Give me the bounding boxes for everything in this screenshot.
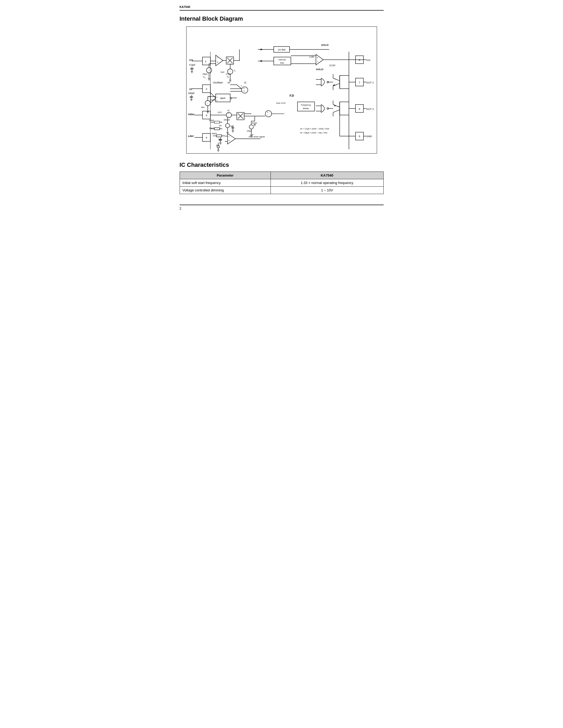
svg-text:UVLO: UVLO: [316, 68, 323, 71]
svg-marker-46: [260, 49, 263, 50]
svg-line-133: [333, 110, 340, 113]
svg-text:↑: ↑: [207, 102, 208, 105]
svg-text:Shut down signal: Shut down signal: [248, 136, 265, 138]
svg-text:Q: Q: [230, 97, 232, 100]
svg-text:Frequency: Frequency: [301, 104, 311, 106]
svg-text:2: 2: [205, 87, 207, 90]
svg-text:6.8μF: 6.8μF: [189, 64, 195, 66]
svg-text:IS = 17μA × (Vref – VSS) / Vre: IS = 17μA × (Vref – VSS) / Vref: [300, 128, 329, 130]
svg-text:5: 5: [359, 135, 360, 138]
svg-text:+: +: [267, 111, 268, 114]
svg-text:latch: latch: [220, 97, 225, 100]
svg-marker-98: [210, 93, 216, 103]
svg-text:100μA: 100μA: [223, 119, 230, 121]
svg-text:IC: IC: [244, 81, 246, 84]
svg-text:6: 6: [359, 107, 360, 110]
svg-rect-159: [214, 121, 220, 123]
svg-text:UVLO: UVLO: [321, 43, 329, 46]
svg-text:−: −: [217, 56, 218, 59]
svg-text:from VCS: from VCS: [276, 102, 286, 104]
block-diagram-title: Internal Block Diagram: [180, 15, 384, 22]
svg-text:GND: GND: [366, 135, 372, 138]
svg-text:180pF: 180pF: [188, 92, 195, 95]
svg-text:VCC: VCC: [217, 111, 222, 114]
svg-text:7: 7: [359, 81, 360, 84]
svg-rect-172: [214, 128, 220, 130]
page-number: 2: [180, 207, 181, 210]
svg-text:+: +: [228, 139, 229, 142]
svg-text:−: −: [228, 135, 229, 138]
svg-text:+: +: [216, 96, 218, 98]
svg-text:12.5V: 12.5V: [329, 64, 335, 67]
svg-rect-213: [216, 135, 222, 137]
svg-text:1: 1: [205, 60, 206, 63]
svg-text:40kΩ: 40kΩ: [212, 132, 217, 135]
svg-text:25μA: 25μA: [202, 73, 207, 75]
svg-text:+: +: [317, 56, 318, 59]
svg-text:+: +: [243, 90, 244, 92]
svg-text:−: −: [227, 115, 229, 117]
svg-text:Vref: Vref: [220, 71, 224, 73]
page-footer: 2: [180, 205, 384, 210]
svg-rect-144: [297, 102, 315, 111]
cell-value: 1 ~ 10V: [270, 187, 383, 194]
svg-point-187: [265, 111, 271, 117]
svg-text:Ict: Ict: [227, 81, 230, 84]
svg-text:VZ: VZ: [226, 75, 229, 78]
svg-text:+: +: [217, 61, 218, 64]
svg-text:Ct: Ct: [189, 88, 192, 91]
svg-text:3pF: 3pF: [230, 125, 234, 127]
svg-text:Oscillator: Oscillator: [213, 81, 223, 84]
svg-marker-53: [260, 60, 263, 62]
svg-text:Vcc: Vcc: [366, 59, 371, 61]
block-diagram-svg: CS 6.8μF 1 − + ↑ 25μA VZ: [186, 27, 377, 153]
svg-marker-134: [334, 105, 336, 107]
ic-characteristics-title: IC Characteristics: [180, 161, 384, 168]
svg-line-119: [333, 78, 340, 81]
svg-text:bias: bias: [280, 62, 284, 64]
svg-text:−: −: [317, 60, 318, 63]
svg-text:Internal: Internal: [278, 59, 286, 61]
svg-text:Id = 25μA × (Vref – Vd) / Vref: Id = 25μA × (Vref – Vd) / Vref: [300, 132, 327, 134]
svg-text:↓: ↓: [250, 126, 250, 128]
svg-text:4: 4: [205, 136, 207, 139]
svg-text:8: 8: [359, 59, 360, 61]
svg-text:OUT 2: OUT 2: [366, 107, 374, 110]
svg-text:Vd: Vd: [218, 124, 221, 127]
svg-text:2V Ref: 2V Ref: [278, 48, 286, 51]
svg-text:Id: Id: [227, 109, 229, 112]
table-row: Initial soft start frequency1.33 × norma…: [180, 179, 383, 187]
svg-text:80kΩ: 80kΩ: [209, 119, 214, 122]
svg-point-116: [327, 108, 329, 109]
svg-text:↑: ↑: [226, 125, 227, 127]
svg-text:kVref: kVref: [252, 122, 257, 124]
svg-text:VZ: VZ: [203, 76, 205, 78]
col-parameter-header: Parameter: [180, 172, 270, 179]
svg-text:8Ict: 8Ict: [201, 106, 205, 109]
cell-parameter: Voltage controlled dimming: [180, 187, 270, 194]
svg-text:Ldet: Ldet: [188, 134, 194, 137]
diagram-container: CS 6.8μF 1 − + ↑ 25μA VZ: [186, 26, 377, 154]
svg-text:divider: divider: [303, 107, 309, 110]
svg-text:+: +: [227, 112, 229, 115]
chip-name-header: KA7540: [180, 5, 190, 8]
page-header: KA7540: [180, 5, 384, 11]
svg-text:↑: ↑: [229, 70, 230, 73]
svg-text:IS: IS: [234, 69, 235, 72]
svg-text:+: +: [243, 87, 244, 90]
svg-text:↑: ↑: [208, 69, 209, 71]
svg-text:3: 3: [205, 114, 207, 117]
svg-text:+: +: [216, 100, 218, 102]
svg-text:+: +: [240, 85, 242, 87]
svg-text:F.D: F.D: [289, 94, 294, 97]
svg-text:+: +: [217, 146, 218, 148]
svg-text:OUT 1: OUT 1: [366, 81, 374, 84]
col-value-header: KA7540: [270, 172, 383, 179]
cell-parameter: Initial soft start frequency: [180, 179, 270, 187]
svg-text:20kΩ: 20kΩ: [209, 127, 214, 129]
svg-text:Vdim: Vdim: [188, 113, 194, 116]
table-row: Voltage controlled dimming1 ~ 10V: [180, 187, 383, 194]
cell-value: 1.33 × normal operating frequency: [270, 179, 383, 187]
svg-text:−: −: [267, 114, 268, 116]
svg-point-112: [327, 81, 329, 83]
